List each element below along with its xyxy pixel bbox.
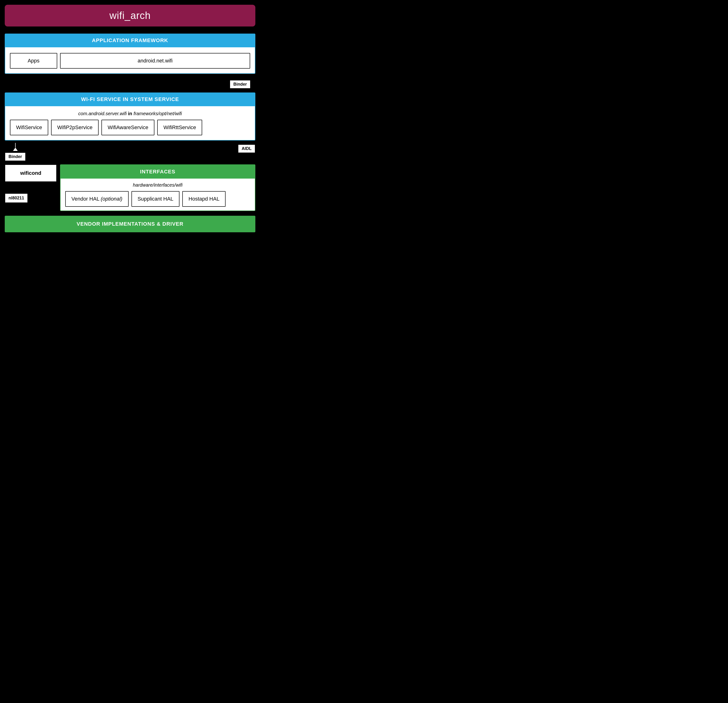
wifip2p-service-box: WifiP2pService bbox=[51, 120, 98, 135]
supplicant-hal-box: Supplicant HAL bbox=[131, 191, 180, 207]
wifi-service-label: Wi-Fi SERVICE IN SYSTEM SERVICE bbox=[81, 96, 179, 102]
interfaces-label: INTERFACES bbox=[140, 169, 175, 175]
wificond-box: wificond bbox=[5, 164, 57, 182]
nl80211-box: nl80211 bbox=[5, 193, 28, 203]
title-bar: wifi_arch bbox=[5, 5, 255, 26]
subtitle-package: com.android.server.wifi bbox=[78, 111, 127, 116]
interfaces-content: hardware/interfaces/wifi Vendor HAL (opt… bbox=[61, 179, 255, 211]
app-framework-header: APPLICATION FRAMEWORK bbox=[5, 33, 255, 47]
vendor-hal-box: Vendor HAL (optional) bbox=[65, 191, 129, 207]
hostapd-hal-box: Hostapd HAL bbox=[182, 191, 225, 207]
binder-top-label: Binder bbox=[230, 80, 251, 89]
binder-top-row: Binder bbox=[5, 76, 255, 93]
aidl-label: AIDL bbox=[238, 144, 255, 153]
interfaces-subtitle: hardware/interfaces/wifi bbox=[65, 182, 250, 188]
interfaces-boxes: Vendor HAL (optional) Supplicant HAL Hos… bbox=[65, 191, 250, 207]
wifi-service-subtitle: com.android.server.wifi in frameworks/op… bbox=[10, 111, 250, 116]
wifirtt-service-box: WifiRttService bbox=[157, 120, 202, 135]
wifi-service-section: Wi-Fi SERVICE IN SYSTEM SERVICE com.andr… bbox=[5, 93, 255, 140]
binder-left-col: Binder bbox=[5, 143, 26, 162]
android-net-wifi-box: android.net.wifi bbox=[60, 53, 250, 69]
subtitle-in: in bbox=[128, 111, 132, 116]
app-framework-section: APPLICATION FRAMEWORK Apps android.net.w… bbox=[5, 33, 255, 74]
vendor-bar: VENDOR IMPLEMENTATIONS & DRIVER bbox=[5, 216, 255, 232]
binder-left-label: Binder bbox=[5, 152, 26, 161]
wifi-service-box: WifiService bbox=[10, 120, 48, 135]
interfaces-section: INTERFACES hardware/interfaces/wifi Vend… bbox=[60, 164, 255, 211]
left-col: wificond nl80211 bbox=[5, 164, 57, 211]
page-title: wifi_arch bbox=[14, 10, 246, 21]
interfaces-header: INTERFACES bbox=[61, 165, 255, 179]
subtitle-path: frameworks/opt/net/wifi bbox=[134, 111, 182, 116]
apps-box: Apps bbox=[10, 53, 57, 69]
vendor-bar-label: VENDOR IMPLEMENTATIONS & DRIVER bbox=[77, 221, 183, 227]
wifi-service-boxes: WifiService WifiP2pService WifiAwareServ… bbox=[10, 120, 250, 135]
wifi-service-header: Wi-Fi SERVICE IN SYSTEM SERVICE bbox=[5, 93, 255, 106]
app-framework-boxes: Apps android.net.wifi bbox=[10, 53, 250, 69]
middle-row: wificond nl80211 INTERFACES hardware/int… bbox=[5, 164, 255, 211]
app-framework-label: APPLICATION FRAMEWORK bbox=[92, 38, 168, 43]
wifi-service-content: com.android.server.wifi in frameworks/op… bbox=[5, 106, 255, 140]
wifiaware-service-box: WifiAwareService bbox=[101, 120, 155, 135]
app-framework-content: Apps android.net.wifi bbox=[5, 47, 255, 74]
